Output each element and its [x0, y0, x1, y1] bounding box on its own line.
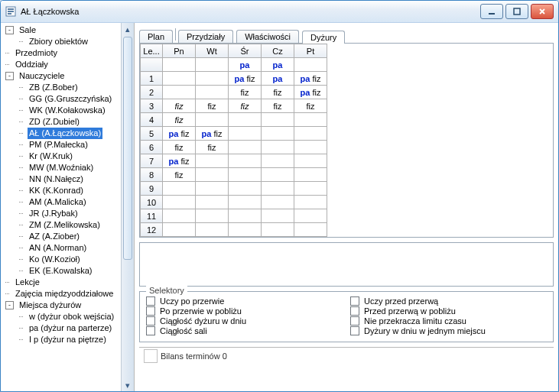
schedule-cell[interactable]: pa [262, 72, 294, 86]
maximize-button[interactable] [505, 4, 528, 19]
row-header[interactable]: 10 [141, 196, 163, 209]
schedule-cell[interactable] [262, 196, 294, 209]
schedule-cell[interactable] [229, 182, 262, 196]
row-header[interactable]: 5 [141, 127, 163, 141]
tree-item[interactable]: -Nauczyciele [2, 70, 121, 82]
checkbox-icon[interactable] [146, 316, 155, 326]
tab-przydziały[interactable]: Przydziały [178, 30, 233, 43]
row-header[interactable] [141, 58, 163, 72]
collapse-icon[interactable]: - [5, 26, 14, 34]
schedule-cell[interactable] [294, 196, 327, 209]
schedule-cell[interactable]: fiz [262, 99, 294, 113]
schedule-cell[interactable] [294, 168, 327, 182]
schedule-cell[interactable] [229, 154, 262, 168]
schedule-cell[interactable] [196, 113, 229, 127]
selector-checkbox[interactable]: Ciągłość dyżuru w dniu [146, 316, 343, 326]
tree-item[interactable]: Lekcje [2, 277, 121, 288]
checkbox-icon[interactable] [350, 306, 359, 316]
selector-checkbox[interactable]: Przed przerwą w pobliżu [350, 306, 547, 316]
tab-plan[interactable]: Plan [139, 30, 173, 43]
schedule-cell[interactable] [229, 223, 262, 237]
schedule-cell[interactable] [262, 182, 294, 196]
schedule-cell[interactable] [163, 182, 196, 196]
checkbox-icon[interactable] [350, 316, 359, 326]
row-header[interactable]: 2 [141, 86, 163, 99]
schedule-cell[interactable] [262, 113, 294, 127]
schedule-cell[interactable] [262, 223, 294, 237]
col-header-lesson[interactable]: Le... [141, 44, 163, 58]
close-button[interactable] [531, 4, 554, 19]
schedule-cell[interactable] [163, 86, 196, 99]
schedule-cell[interactable] [196, 182, 229, 196]
schedule-cell[interactable]: pa fiz [229, 72, 262, 86]
schedule-cell[interactable] [294, 141, 327, 154]
schedule-cell[interactable] [163, 72, 196, 86]
tree-item[interactable]: EK (E.Kowalska) [2, 265, 121, 277]
checkbox-icon[interactable] [350, 296, 359, 306]
schedule-cell[interactable]: fiz [262, 86, 294, 99]
schedule-cell[interactable] [262, 154, 294, 168]
row-header[interactable]: 6 [141, 141, 163, 154]
row-header[interactable]: 3 [141, 99, 163, 113]
schedule-cell[interactable] [196, 72, 229, 86]
schedule-cell[interactable] [163, 209, 196, 223]
tree-item[interactable]: Zbiory obiektów [2, 36, 121, 47]
tree-item[interactable]: Zajęcia międzyoddziałowe [2, 288, 121, 300]
scroll-up-icon[interactable]: ▴ [122, 23, 134, 35]
schedule-cell[interactable] [196, 154, 229, 168]
tree-item[interactable]: GG (G.Gruszczyńska) [2, 93, 121, 105]
schedule-cell[interactable]: pa fiz [294, 86, 327, 99]
tree-view[interactable]: -SaleZbiory obiektówPrzedmiotyOddziały-N… [1, 23, 121, 391]
schedule-cell[interactable] [262, 127, 294, 141]
schedule-cell[interactable]: fiz [163, 113, 196, 127]
minimize-button[interactable] [480, 4, 503, 19]
titlebar[interactable]: AŁ Łączkowska [1, 1, 558, 23]
schedule-cell[interactable]: fiz [229, 86, 262, 99]
tree-item[interactable]: Przedmioty [2, 47, 121, 59]
row-header[interactable]: 9 [141, 182, 163, 196]
col-header-day[interactable]: Wt [196, 44, 229, 58]
checkbox-icon[interactable] [350, 326, 359, 335]
tree-item[interactable]: Ko (W.Kozioł) [2, 254, 121, 265]
schedule-cell[interactable]: pa fiz [294, 72, 327, 86]
schedule-cell[interactable]: pa fiz [163, 154, 196, 168]
schedule-cell[interactable]: fiz [196, 99, 229, 113]
tree-item[interactable]: AŁ (A.Łączkowska) [2, 128, 121, 139]
col-header-day[interactable]: Pt [294, 44, 327, 58]
tree-item[interactable]: JR (J.Rybak) [2, 208, 121, 219]
col-header-day[interactable]: Cz [262, 44, 294, 58]
tree-item[interactable]: MW (M.Woźniak) [2, 162, 121, 173]
schedule-cell[interactable] [294, 223, 327, 237]
schedule-cell[interactable] [294, 113, 327, 127]
schedule-cell[interactable] [163, 58, 196, 72]
col-header-day[interactable]: Śr [229, 44, 262, 58]
schedule-cell[interactable]: fiz [163, 168, 196, 182]
schedule-cell[interactable] [262, 168, 294, 182]
selector-checkbox[interactable]: Nie przekracza limitu czasu [350, 316, 547, 326]
row-header[interactable]: 11 [141, 209, 163, 223]
tree-item[interactable]: Oddziały [2, 59, 121, 70]
tree-item[interactable]: KK (K.Konrad) [2, 185, 121, 196]
tree-item[interactable]: AN (A.Norman) [2, 242, 121, 254]
tab-właściwości[interactable]: Właściwości [236, 30, 299, 43]
checkbox-icon[interactable] [146, 296, 155, 306]
schedule-cell[interactable] [196, 223, 229, 237]
checkbox-icon[interactable] [146, 306, 155, 316]
tree-item[interactable]: ZB (Z.Bober) [2, 82, 121, 93]
tree-item[interactable]: Kr (W.Kruk) [2, 151, 121, 162]
schedule-cell[interactable] [196, 86, 229, 99]
tree-item[interactable]: -Miejsca dyżurów [2, 300, 121, 311]
selector-checkbox[interactable]: Uczy po przerwie [146, 296, 343, 306]
tree-item[interactable]: ZM (Z.Melikowska) [2, 219, 121, 231]
schedule-cell[interactable] [262, 209, 294, 223]
schedule-cell[interactable]: fiz [294, 99, 327, 113]
tree-item[interactable]: NN (N.Nałęcz) [2, 173, 121, 185]
tree-item[interactable]: ZD (Z.Dubiel) [2, 116, 121, 128]
scroll-thumb[interactable] [123, 37, 132, 260]
row-header[interactable]: 8 [141, 168, 163, 182]
col-header-day[interactable]: Pn [163, 44, 196, 58]
collapse-icon[interactable]: - [5, 72, 14, 80]
schedule-cell[interactable]: pa fiz [163, 127, 196, 141]
tree-item[interactable]: w (dyżur obok wejścia) [2, 311, 121, 322]
tab-dyżury[interactable]: Dyżury [302, 31, 345, 44]
